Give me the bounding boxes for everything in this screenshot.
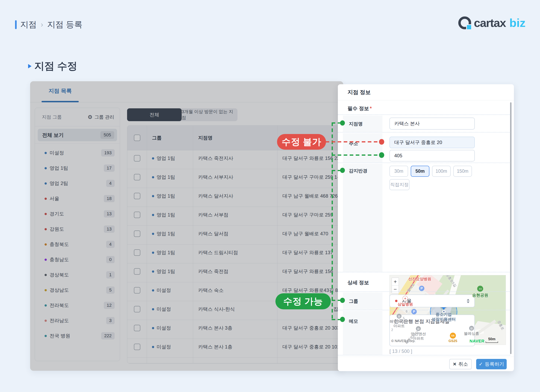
connector-green-name [332,122,341,124]
breadcrumb-current: 지점 등록 [47,19,82,30]
map-label: ▲▲ [477,286,483,292]
connector-green-radius [332,170,341,171]
name-field-label: 지점명 [343,116,382,132]
connector-dot-radius [340,168,345,173]
annotation-badge-editable: 수정 가능 [275,293,331,309]
group-field-label: 그룹 [343,293,382,310]
branch-info-panel: 지점 정보 필수 정보* 지점명 카택스 본사 주소 대구 달서구 중흥로 20… [338,84,514,371]
map-label: 삼일병원 [398,302,413,307]
panel-title: 지점 정보 [338,84,514,100]
logo-brand-text: cartax [474,16,506,30]
annotation-badge-locked: 수정 불가 [277,134,326,150]
connector-green-group [332,300,341,301]
cancel-label: 취소 [458,361,468,367]
map-zoom-control: + − [392,278,399,293]
submit-label: 등록하기 [485,361,504,367]
map-copyright: © NAVER Corp. [391,339,415,343]
map-label: 송현공원 [472,293,488,298]
title-arrow-icon [28,64,31,68]
connector-dot-name [340,120,345,126]
memo-char-counter: [ 13 / 500 ] [390,348,412,354]
connector-green-memo [332,319,341,320]
connector-dot-memo [340,317,345,322]
map-label: 5 [403,317,405,320]
map-scale-bar: 50m [486,337,498,343]
address-input: 대구 달서구 중흥로 20 [390,137,475,148]
footer-divider [338,355,510,357]
connector-green-address-detail [332,154,381,156]
connector-dot-group [340,298,345,303]
map-label: P [411,309,417,314]
address-detail-input[interactable]: 405 [390,150,475,162]
branch-name-input[interactable]: 카택스 본사 [390,118,475,130]
required-section-heading: 필수 정보* [347,105,372,112]
map-label: + [402,296,408,301]
radius-option-50m[interactable]: 50m [411,166,429,177]
memo-field-label: 메모 [343,311,382,355]
form-row-address: 주소 대구 달서구 중흥로 20 405 [338,132,510,163]
map-label: 아파트 [394,323,405,329]
cancel-button[interactable]: × 취소 [449,359,472,369]
map-label: 블레싱홈 [464,331,479,336]
close-icon: × [453,361,456,367]
address-field-label: 주소 [343,133,382,163]
connector-green-vline [332,122,333,320]
map-label: 성장지원센터 [432,317,456,322]
breadcrumb: 지점 › 지점 등록 [15,19,82,30]
connector-red-address [326,141,381,142]
form-row-radius: 감지반경 30m50m100m150m 직접지정 + − 선진요양병원월배로중흥… [338,163,510,272]
breadcrumb-section[interactable]: 지점 [20,19,37,30]
map-label: 6 [406,310,408,313]
map-label: 중소기업 [436,312,452,317]
radius-field-label: 감지반경 [343,164,382,272]
connector-dot-address-detail [379,152,384,158]
logo-suffix-text: biz [509,16,525,30]
cartax-biz-logo: cartax biz [458,16,525,30]
radius-option-30m[interactable]: 30m [390,166,408,177]
breadcrumb-accent-bar [15,20,17,29]
map-label: GS [450,333,456,339]
map-label: 2 [391,328,393,332]
page-title: 지점 수정 [28,59,77,73]
check-icon: ✓ [479,362,483,367]
map-label: 선진요양병원 [408,276,431,282]
scrollbar[interactable] [510,102,511,354]
map-label: GS25 [449,339,457,343]
map-label: ▤ [469,326,474,331]
chevron-right-icon: › [40,20,44,29]
naver-brand-logo: NAVER [470,339,484,343]
submit-button[interactable]: ✓ 등록하기 [476,359,507,369]
radius-custom-button[interactable]: 직접지정 [390,179,410,190]
select-chevrons-icon [467,299,470,303]
dim-overlay [30,81,343,371]
map-label: ▤ [397,314,401,319]
cartax-logo-icon [458,16,471,29]
panel-footer: × 취소 ✓ 등록하기 [338,357,514,371]
connector-dot-address [379,139,384,145]
form-row-name: 지점명 카택스 본사 [338,114,510,132]
detail-section-heading: 상세 정보 [347,279,369,286]
required-mark: * [370,105,372,111]
map-label: P [419,286,424,291]
radius-option-150m[interactable]: 150m [453,166,472,177]
radius-option-100m[interactable]: 100m [432,166,451,177]
group-color-dot [395,300,397,302]
